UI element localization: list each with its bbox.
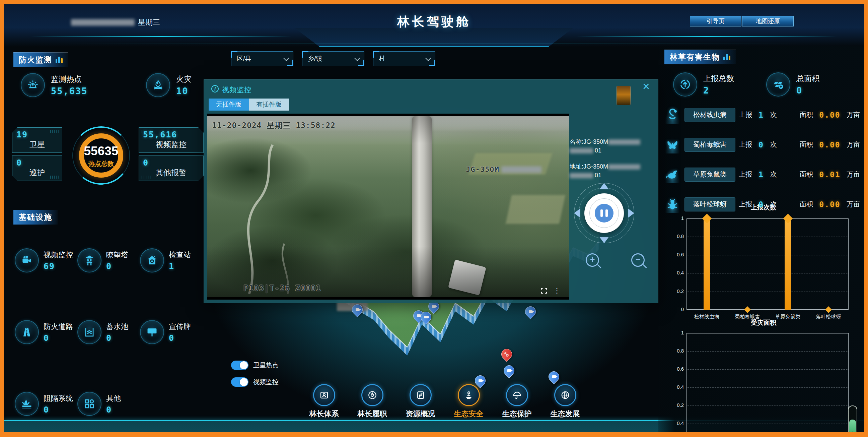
stat-label: 视频监控 bbox=[139, 139, 203, 150]
area-value: 0.01 bbox=[816, 170, 843, 179]
zoom-in-icon[interactable]: + bbox=[586, 253, 599, 267]
tick-decoration bbox=[142, 176, 150, 179]
globe-icon bbox=[554, 384, 576, 406]
pest-row: 松材线虫病上报1次面积0.00万亩 bbox=[664, 100, 860, 130]
chart-gridline bbox=[686, 351, 848, 352]
pan-left-button[interactable] bbox=[574, 208, 580, 218]
pest-summary-stat: 上报总数2 bbox=[673, 72, 766, 96]
guide-page-button[interactable]: 引导页 bbox=[690, 16, 741, 27]
zoom-out-icon[interactable]: − bbox=[631, 253, 645, 267]
filter-dropdown-1[interactable]: 区/县 bbox=[231, 51, 293, 66]
modal-tabs: 无插件版有插件版 bbox=[209, 98, 289, 111]
osd-camera-id: JG-350M bbox=[466, 165, 541, 174]
butterfly-icon bbox=[664, 136, 681, 153]
chevron-down-icon bbox=[354, 55, 360, 61]
bottom-navigation: 林长体系林长履职资源概况生态安全生态保护生态发展 bbox=[303, 384, 586, 419]
tab-no-plugin[interactable]: 无插件版 bbox=[209, 98, 249, 111]
pan-right-button[interactable] bbox=[628, 208, 634, 218]
dashboard-root: 林长驾驶舱 星期三 引导页 地图还原 ((•)) 防火监测 监测热点55,635… bbox=[0, 0, 868, 437]
chart-bar bbox=[785, 218, 791, 310]
nav-item-4[interactable]: 生态安全 bbox=[448, 384, 490, 419]
stat-label: 火灾 bbox=[176, 74, 191, 84]
pest-name-chip: 蜀柏毒蛾害 bbox=[684, 138, 735, 152]
nav-label: 资源概况 bbox=[406, 409, 435, 419]
close-icon[interactable]: × bbox=[643, 81, 650, 92]
chart-title: 受灾面积 bbox=[667, 318, 860, 327]
camera-name-text: 名称:JG-350M 01 bbox=[569, 137, 657, 155]
info-icon: i bbox=[211, 85, 219, 92]
toggle-switch[interactable] bbox=[231, 360, 248, 370]
osd-timestamp: 11-20-2024 星期三 13:58:22 bbox=[212, 120, 336, 131]
map-scroll-indicator[interactable]: ˅ bbox=[848, 406, 857, 436]
area-label: 面积 bbox=[800, 200, 813, 209]
filter-dropdown-3[interactable]: 村 bbox=[373, 51, 435, 66]
region-filters: 区/县乡/镇村 bbox=[231, 51, 435, 66]
gauge-value: 55635 bbox=[72, 144, 130, 158]
chart-gridline bbox=[686, 273, 848, 273]
device-thumbnail[interactable] bbox=[617, 86, 630, 105]
area-label: 面积 bbox=[800, 170, 813, 179]
satellite-stat-box: 19 卫星 bbox=[12, 127, 62, 153]
nav-item-5[interactable]: 生态保护 bbox=[496, 384, 538, 419]
area-value: 0.00 bbox=[816, 140, 843, 149]
fire-stat: 监测热点55,635 bbox=[21, 73, 88, 97]
camera-glyph bbox=[507, 369, 511, 372]
pest-summary-stat: 总面积0 bbox=[766, 72, 859, 96]
stat-label: 阻隔系统 bbox=[43, 394, 73, 404]
toggle-switch[interactable] bbox=[231, 377, 248, 387]
camera-glyph bbox=[417, 314, 421, 317]
pan-up-button[interactable] bbox=[599, 183, 609, 190]
water-tank-icon bbox=[78, 320, 101, 344]
more-options-icon[interactable]: ⋮ bbox=[554, 288, 560, 294]
redacted-date bbox=[71, 19, 135, 26]
stat-value: 19 bbox=[17, 130, 28, 139]
layer-toggle-1[interactable]: 卫星热点 bbox=[231, 360, 279, 370]
bonfire-icon bbox=[146, 73, 170, 97]
stat-label: 监测热点 bbox=[51, 74, 88, 84]
nav-label: 生态安全 bbox=[454, 409, 484, 419]
pan-down-button[interactable] bbox=[599, 237, 609, 243]
section-title: 基础设施 bbox=[19, 212, 52, 223]
fullscreen-icon[interactable] bbox=[541, 288, 547, 294]
stat-value: 55,635 bbox=[51, 86, 88, 96]
chevron-down-icon bbox=[425, 55, 431, 61]
axis-tick-label: 0.4 bbox=[669, 270, 684, 275]
stat-value: 0 bbox=[106, 333, 128, 343]
layer-toggle-2[interactable]: 视频监控 bbox=[231, 377, 279, 387]
chart-gridline bbox=[686, 387, 848, 388]
road-icon bbox=[15, 320, 39, 344]
map-reset-button[interactable]: 地图还原 bbox=[742, 16, 794, 27]
header-decor-trapezoid bbox=[295, 28, 573, 47]
chart-gridline bbox=[686, 406, 848, 406]
nav-item-1[interactable]: 林长体系 bbox=[303, 384, 345, 419]
nav-item-6[interactable]: 生态发展 bbox=[544, 384, 586, 419]
map-layer-toggles: 卫星热点视频监控 bbox=[231, 360, 279, 387]
toggle-label: 卫星热点 bbox=[253, 361, 279, 370]
header-glow-line bbox=[64, 43, 801, 44]
axis-tick-label: 0.6 bbox=[669, 252, 684, 257]
toggle-label: 视频监控 bbox=[253, 378, 279, 386]
chart-plot-area bbox=[686, 218, 848, 310]
camera-glyph bbox=[355, 308, 359, 311]
ptz-joystick[interactable] bbox=[574, 183, 634, 243]
chart-gridline bbox=[686, 333, 848, 333]
report-count: 1 bbox=[755, 170, 767, 179]
page-title: 林长驾驶舱 bbox=[397, 13, 471, 30]
filter-dropdown-2[interactable]: 乡/镇 bbox=[302, 51, 364, 66]
tab-plugin[interactable]: 有插件版 bbox=[249, 98, 289, 111]
worm-icon bbox=[664, 106, 681, 124]
stat-value: 0 bbox=[106, 405, 121, 414]
times-label: 次 bbox=[770, 200, 777, 209]
nav-label: 生态保护 bbox=[502, 409, 532, 419]
nav-label: 生态发展 bbox=[551, 409, 580, 419]
times-label: 次 bbox=[770, 110, 777, 119]
camera-glyph bbox=[552, 375, 556, 378]
unit-label: 万亩 bbox=[846, 170, 860, 179]
nav-item-2[interactable]: 林长履职 bbox=[351, 384, 393, 419]
pest-name-chip: 草原兔鼠类 bbox=[684, 168, 735, 182]
dropdown-selected-value: 乡/镇 bbox=[308, 54, 322, 63]
infrastructure-stat: 视频监控69 bbox=[15, 245, 78, 275]
report-count: 0 bbox=[755, 200, 767, 209]
watchtower-icon bbox=[78, 248, 101, 272]
nav-item-3[interactable]: 资源概况 bbox=[400, 384, 441, 419]
